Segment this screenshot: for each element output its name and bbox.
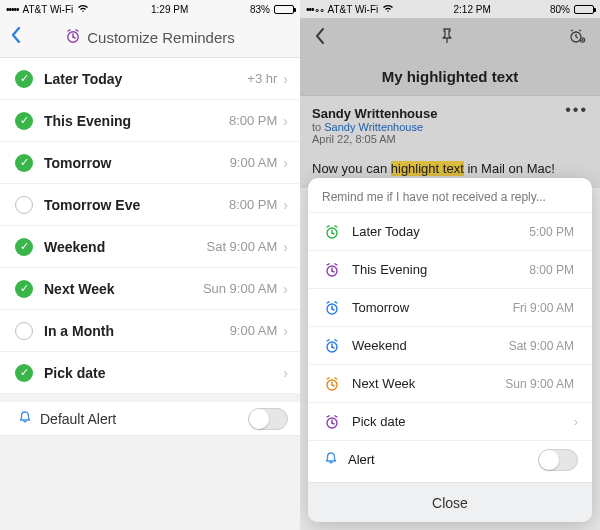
option-label: Pick date <box>36 365 277 381</box>
option-label: Tomorrow Eve <box>36 197 229 213</box>
clock-icon <box>322 300 342 316</box>
status-bar: ••••• AT&T Wi-Fi 1:29 PM 83% <box>0 0 300 18</box>
alert-row[interactable]: Alert <box>308 440 592 478</box>
sheet-title: Remind me if I have not received a reply… <box>308 178 592 212</box>
svg-line-36 <box>332 385 334 386</box>
option-label: Pick date <box>342 414 570 429</box>
svg-line-31 <box>332 347 334 348</box>
bell-icon <box>18 410 32 427</box>
reminder-option-row[interactable]: ✓Later Today+3 hr› <box>0 58 300 100</box>
option-label: Later Today <box>36 71 247 87</box>
bell-icon <box>324 451 338 468</box>
default-alert-row[interactable]: Default Alert <box>0 394 300 436</box>
chevron-right-icon: › <box>283 197 288 213</box>
reminder-option-row[interactable]: In a Month9:00 AM› <box>0 310 300 352</box>
checkmark-icon: ✓ <box>12 238 36 256</box>
checkmark-icon: ✓ <box>12 112 36 130</box>
svg-line-42 <box>327 415 329 416</box>
svg-line-22 <box>327 263 329 264</box>
option-value: 8:00 PM <box>529 263 578 277</box>
sheet-option-row[interactable]: TomorrowFri 9:00 AM <box>308 288 592 326</box>
option-value: Sun 9:00 AM <box>203 281 283 296</box>
svg-line-3 <box>68 30 70 31</box>
phone-customize-reminders: ••••• AT&T Wi-Fi 1:29 PM 83% Customize R… <box>0 0 300 530</box>
svg-line-26 <box>332 309 334 310</box>
option-label: Tomorrow <box>342 300 513 315</box>
clock-icon <box>322 376 342 392</box>
back-button[interactable] <box>10 26 22 49</box>
sheet-option-row[interactable]: Pick date› <box>308 402 592 440</box>
option-label: Tomorrow <box>36 155 230 171</box>
checkmark-icon: ✓ <box>12 154 36 172</box>
checkmark-icon: ✓ <box>12 70 36 88</box>
option-value: +3 hr <box>247 71 283 86</box>
reminder-option-row[interactable]: Tomorrow Eve8:00 PM› <box>0 184 300 226</box>
svg-line-21 <box>332 271 334 272</box>
option-value: 8:00 PM <box>229 113 283 128</box>
reminder-option-row[interactable]: ✓Tomorrow9:00 AM› <box>0 142 300 184</box>
chevron-right-icon: › <box>283 323 288 339</box>
svg-line-16 <box>332 233 334 234</box>
chevron-right-icon: › <box>283 281 288 297</box>
chevron-right-icon: › <box>283 113 288 129</box>
clock-icon <box>322 262 342 278</box>
chevron-right-icon: › <box>283 239 288 255</box>
default-alert-label: Default Alert <box>32 411 248 427</box>
svg-line-2 <box>73 37 75 38</box>
option-label: Next Week <box>36 281 203 297</box>
default-alert-toggle[interactable] <box>248 408 288 430</box>
sheet-option-row[interactable]: This Evening8:00 PM <box>308 250 592 288</box>
clock-label: 1:29 PM <box>151 4 188 15</box>
reminder-option-row[interactable]: ✓Pick date› <box>0 352 300 394</box>
option-value: 5:00 PM <box>529 225 578 239</box>
chevron-right-icon: › <box>574 414 578 429</box>
svg-line-43 <box>335 415 337 416</box>
wifi-icon <box>77 4 89 15</box>
reminder-option-row[interactable]: ✓WeekendSat 9:00 AM› <box>0 226 300 268</box>
checkmark-icon: ✓ <box>12 280 36 298</box>
option-label: Weekend <box>36 239 207 255</box>
option-label: This Evening <box>342 262 529 277</box>
battery-icon <box>274 5 294 14</box>
option-label: In a Month <box>36 323 230 339</box>
sheet-option-row[interactable]: Later Today5:00 PM <box>308 212 592 250</box>
option-value: 9:00 AM <box>230 323 284 338</box>
chevron-right-icon: › <box>283 365 288 381</box>
svg-line-28 <box>335 301 337 302</box>
checkmark-icon: ✓ <box>12 364 36 382</box>
option-value: Sun 9:00 AM <box>505 377 578 391</box>
svg-line-18 <box>335 225 337 226</box>
svg-line-23 <box>335 263 337 264</box>
alert-label: Alert <box>338 452 538 467</box>
close-button[interactable]: Close <box>308 482 592 522</box>
svg-line-4 <box>76 30 78 31</box>
option-label: Next Week <box>342 376 505 391</box>
nav-title-label: Customize Reminders <box>87 29 235 46</box>
svg-line-41 <box>332 423 334 424</box>
phone-reminder-sheet: •••∘∘ AT&T Wi-Fi 2:12 PM 80% M <box>300 0 600 530</box>
checkmark-icon <box>12 322 36 340</box>
option-value: Sat 9:00 AM <box>207 239 284 254</box>
battery-pct: 83% <box>250 4 270 15</box>
sheet-option-row[interactable]: WeekendSat 9:00 AM <box>308 326 592 364</box>
empty-area <box>0 436 300 530</box>
reminder-icon <box>65 28 81 47</box>
svg-line-32 <box>327 339 329 340</box>
chevron-right-icon: › <box>283 71 288 87</box>
reminder-option-row[interactable]: ✓Next WeekSun 9:00 AM› <box>0 268 300 310</box>
clock-icon <box>322 338 342 354</box>
option-label: This Evening <box>36 113 229 129</box>
clock-icon <box>322 414 342 430</box>
option-value: 8:00 PM <box>229 197 283 212</box>
svg-line-38 <box>335 377 337 378</box>
alert-toggle[interactable] <box>538 449 578 471</box>
checkmark-icon <box>12 196 36 214</box>
nav-bar: Customize Reminders <box>0 18 300 58</box>
option-label: Weekend <box>342 338 509 353</box>
option-value: Sat 9:00 AM <box>509 339 578 353</box>
clock-icon <box>322 224 342 240</box>
svg-line-37 <box>327 377 329 378</box>
reminder-option-row[interactable]: ✓This Evening8:00 PM› <box>0 100 300 142</box>
svg-line-27 <box>327 301 329 302</box>
sheet-option-row[interactable]: Next WeekSun 9:00 AM <box>308 364 592 402</box>
